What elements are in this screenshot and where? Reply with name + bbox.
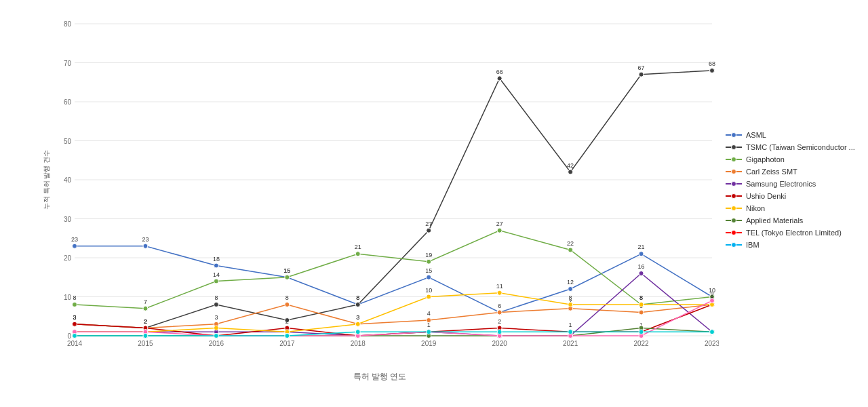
svg-point-173	[143, 334, 148, 338]
svg-text:30: 30	[64, 216, 72, 223]
svg-point-141	[497, 290, 502, 295]
svg-text:2014: 2014	[67, 340, 83, 347]
svg-text:20: 20	[64, 254, 72, 262]
svg-text:8: 8	[285, 294, 289, 301]
svg-text:8: 8	[73, 294, 76, 301]
svg-point-172	[73, 334, 77, 338]
chart-container: 0102030405060708020142015201620172018201…	[0, 0, 868, 407]
svg-text:10: 10	[425, 287, 432, 294]
svg-text:6: 6	[498, 303, 501, 309]
legend-item: Samsung Electronics	[726, 180, 861, 188]
svg-text:8: 8	[639, 294, 643, 301]
svg-text:1: 1	[427, 322, 431, 328]
legend-dot	[731, 181, 736, 187]
svg-point-49	[214, 303, 218, 307]
svg-text:27: 27	[425, 220, 432, 227]
legend-label: IBM	[746, 241, 760, 249]
legend-line	[726, 220, 742, 221]
legend-dot	[731, 132, 736, 138]
svg-text:8: 8	[214, 294, 218, 301]
legend-line	[726, 147, 742, 148]
svg-text:15: 15	[425, 267, 432, 274]
svg-text:7: 7	[144, 298, 147, 305]
legend-dot	[731, 157, 736, 162]
chart-svg: 0102030405060708020142015201620172018201…	[41, 14, 719, 366]
svg-text:23: 23	[142, 236, 149, 243]
svg-text:2016: 2016	[209, 340, 224, 347]
svg-text:68: 68	[709, 60, 715, 67]
chart-area: 0102030405060708020142015201620172018201…	[41, 14, 719, 366]
svg-text:16: 16	[638, 263, 645, 270]
svg-point-142	[568, 303, 573, 307]
svg-point-179	[568, 330, 573, 334]
legend-item: ASML	[726, 131, 861, 139]
svg-point-181	[710, 330, 715, 334]
legend-item: Gigaphoton	[726, 155, 861, 163]
svg-point-71	[427, 259, 431, 264]
svg-text:19: 19	[425, 252, 432, 258]
legend-dot	[731, 218, 736, 223]
svg-text:70: 70	[64, 60, 72, 67]
svg-text:42: 42	[567, 162, 574, 169]
svg-text:2015: 2015	[138, 340, 153, 347]
legend-item: Carl Zeiss SMT	[726, 168, 861, 176]
svg-point-54	[568, 170, 573, 174]
svg-text:21: 21	[638, 244, 645, 250]
svg-text:2017: 2017	[279, 340, 295, 347]
svg-text:4: 4	[427, 310, 431, 317]
x-axis-label: 특허 발행 연도	[41, 371, 719, 383]
svg-point-140	[427, 294, 431, 299]
svg-point-89	[285, 303, 290, 307]
svg-point-117	[73, 322, 77, 326]
svg-text:23: 23	[71, 236, 78, 243]
legend-label: Gigaphoton	[746, 155, 785, 163]
svg-text:2023: 2023	[705, 340, 719, 347]
svg-text:50: 50	[64, 138, 72, 145]
svg-point-68	[214, 279, 218, 284]
svg-text:2022: 2022	[633, 340, 649, 347]
svg-text:80: 80	[64, 20, 72, 28]
svg-text:2: 2	[285, 318, 289, 325]
svg-text:2018: 2018	[351, 340, 366, 347]
svg-point-36	[568, 287, 573, 292]
svg-text:21: 21	[355, 244, 361, 250]
legend-label: Applied Materials	[746, 216, 803, 225]
svg-point-72	[497, 228, 502, 233]
legend-line	[726, 232, 742, 233]
svg-point-55	[639, 72, 644, 77]
svg-text:10: 10	[64, 294, 72, 301]
svg-text:3: 3	[356, 314, 359, 321]
legend-item: IBM	[726, 241, 861, 249]
legend-item: TEL (Tokyo Electron Limited)	[726, 229, 861, 237]
svg-text:66: 66	[496, 69, 503, 75]
svg-point-56	[710, 69, 715, 73]
svg-point-29	[73, 244, 77, 248]
svg-point-170	[710, 298, 715, 303]
svg-text:9: 9	[710, 290, 713, 297]
svg-text:2: 2	[498, 318, 501, 325]
svg-text:2: 2	[144, 318, 147, 325]
svg-text:8: 8	[569, 294, 572, 301]
legend-label: TSMC (Taiwan Semiconductor ...	[746, 143, 855, 151]
svg-point-178	[497, 330, 502, 334]
legend-dot	[731, 169, 736, 174]
svg-text:15: 15	[283, 267, 290, 274]
svg-point-34	[427, 275, 431, 279]
legend-dot	[731, 144, 736, 150]
legend-item: Nikon	[726, 204, 861, 212]
legend-dot	[731, 206, 736, 211]
svg-point-114	[639, 271, 644, 276]
svg-text:3: 3	[214, 314, 218, 321]
legend-dot	[731, 193, 736, 199]
svg-text:40: 40	[64, 176, 72, 184]
svg-point-52	[427, 228, 431, 233]
legend-label: Samsung Electronics	[746, 180, 816, 188]
svg-text:60: 60	[64, 98, 72, 106]
svg-point-174	[214, 334, 218, 338]
svg-text:12: 12	[567, 279, 574, 286]
legend-line	[726, 159, 742, 160]
svg-point-30	[143, 244, 148, 248]
svg-point-137	[214, 326, 218, 330]
svg-point-73	[568, 248, 573, 252]
svg-point-92	[497, 310, 502, 315]
